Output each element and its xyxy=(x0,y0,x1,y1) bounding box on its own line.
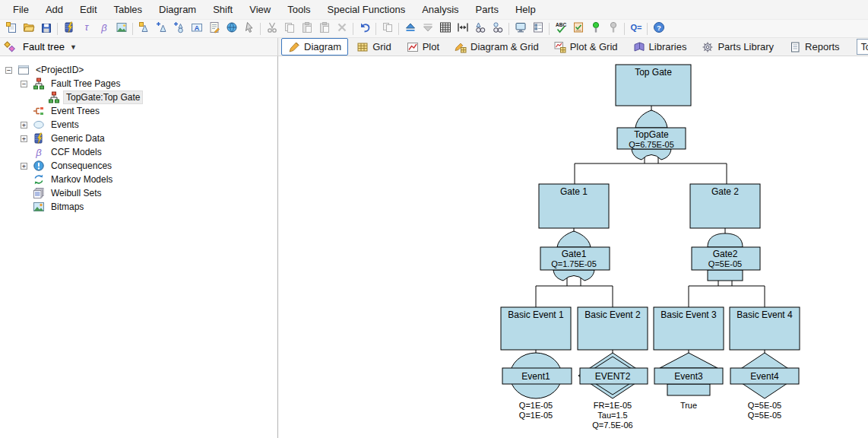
menu-parts[interactable]: Parts xyxy=(467,1,507,18)
save-button[interactable] xyxy=(37,21,55,36)
hyperlink-globe-button[interactable] xyxy=(223,21,240,36)
event3-house-roof[interactable] xyxy=(660,353,718,368)
grid-table-button[interactable] xyxy=(436,21,454,36)
page-select-value: TopGate xyxy=(857,42,868,52)
svg-text:?: ? xyxy=(657,23,661,31)
notes-button[interactable] xyxy=(205,21,223,36)
tree-item-bitmaps[interactable]: Bitmaps xyxy=(49,201,86,213)
tab-plot[interactable]: Plot xyxy=(400,38,446,56)
text-label-button[interactable]: A xyxy=(188,21,205,36)
gate1-or-gate-arch[interactable] xyxy=(557,231,591,247)
print-preview-button xyxy=(379,21,396,36)
expand-expander-icon[interactable]: + xyxy=(21,122,27,129)
expand-expander-icon[interactable]: + xyxy=(21,135,27,142)
reports-icon xyxy=(789,41,801,53)
svg-text:β: β xyxy=(100,21,107,33)
toolbar-separator xyxy=(647,23,648,35)
svg-text:A: A xyxy=(194,24,199,31)
tab-parts-library[interactable]: Parts Library xyxy=(695,38,781,56)
add-gate-button[interactable] xyxy=(153,21,170,36)
beta-icon: β xyxy=(98,21,110,36)
pointer-button[interactable] xyxy=(240,21,258,36)
grid-table-icon xyxy=(439,21,451,36)
menu-file[interactable]: File xyxy=(5,1,37,18)
tree-item-weibull-sets[interactable]: Weibull Sets xyxy=(49,187,103,199)
spell-check-button[interactable]: ABC xyxy=(552,21,569,36)
tree-item-markov-models[interactable]: Markov Models xyxy=(49,173,115,186)
tab-diagram-grid[interactable]: Diagram & Grid xyxy=(448,38,546,56)
beta-button[interactable]: β xyxy=(95,21,112,36)
help-button[interactable]: ? xyxy=(650,21,667,36)
tree-row: −Fault Tree Pages xyxy=(0,77,277,90)
find-event-button[interactable] xyxy=(489,21,506,36)
quantify-button[interactable]: Q= xyxy=(627,21,645,36)
tau-button[interactable]: τ xyxy=(78,21,95,36)
insert-image-button[interactable] xyxy=(112,21,130,36)
paste-special-button xyxy=(315,21,333,36)
add-gate-sparkle-button[interactable] xyxy=(135,21,153,36)
undo-button[interactable] xyxy=(356,21,373,36)
tree-item-projectid[interactable]: <ProjectID> xyxy=(33,64,86,76)
events-icon xyxy=(33,119,45,131)
collapse-expander-icon[interactable]: − xyxy=(5,67,12,74)
tree-item-consequences[interactable]: Consequences xyxy=(49,160,114,172)
tab-plot-grid[interactable]: Plot & Grid xyxy=(547,38,625,56)
tree-item-ccf-models[interactable]: CCF Models xyxy=(49,146,104,158)
tree-row: +Events xyxy=(0,118,277,132)
gate2-and-gate-base[interactable] xyxy=(708,270,743,281)
undo-icon xyxy=(359,21,371,36)
new-document-button[interactable] xyxy=(2,21,20,36)
topgate-or-gate-base[interactable] xyxy=(632,149,671,160)
status-light-green-button[interactable] xyxy=(587,21,604,36)
tab-reports[interactable]: Reports xyxy=(782,38,847,56)
fit-width-button[interactable] xyxy=(454,21,471,36)
menu-analysis[interactable]: Analysis xyxy=(413,1,467,18)
find-gate-button[interactable] xyxy=(471,21,489,36)
expand-expander-icon[interactable]: + xyxy=(21,163,27,170)
tree-item-topgate-top-gate[interactable]: TopGate:Top Gate xyxy=(64,91,142,103)
gate2-and-gate-dome[interactable] xyxy=(708,233,743,247)
menu-tools[interactable]: Tools xyxy=(279,1,318,18)
tree-indent-spacer xyxy=(21,204,27,211)
diagram-text: Q=5E-05 xyxy=(748,411,781,420)
menu-diagram[interactable]: Diagram xyxy=(150,1,204,18)
event3-house-body[interactable] xyxy=(667,384,710,395)
tab-label: Parts Library xyxy=(718,41,774,52)
hyperlink-globe-icon xyxy=(226,21,238,36)
diagram-text: Q=1.75E-05 xyxy=(551,259,597,268)
tab-grid[interactable]: Grid xyxy=(350,38,398,56)
menu-tables[interactable]: Tables xyxy=(106,1,151,18)
analysis-computer-button[interactable] xyxy=(512,21,529,36)
tree-item-fault-tree-pages[interactable]: Fault Tree Pages xyxy=(49,78,122,90)
menu-special-functions[interactable]: Special Functions xyxy=(319,1,414,18)
tab-diagram[interactable]: Diagram xyxy=(281,38,348,56)
fault-tree-view-selector[interactable]: Fault tree ▼ xyxy=(0,38,278,56)
topgate-or-gate-arch[interactable] xyxy=(635,110,667,128)
tree-item-events[interactable]: Events xyxy=(49,119,81,131)
open-folder-button[interactable] xyxy=(20,21,37,36)
tab-libraries[interactable]: Libraries xyxy=(626,38,694,56)
view-tabs: DiagramGridPlotDiagram & GridPlot & Grid… xyxy=(278,38,847,56)
menu-add[interactable]: Add xyxy=(37,1,71,18)
diagram-text: EVENT2 xyxy=(595,371,631,382)
generic-data-button[interactable] xyxy=(60,21,78,36)
add-event-button[interactable] xyxy=(170,21,188,36)
new-document-icon xyxy=(5,21,17,36)
menu-help[interactable]: Help xyxy=(507,1,544,18)
add-gate-sparkle-icon xyxy=(138,21,150,36)
find-event-icon xyxy=(492,21,504,36)
tree-indent-spacer xyxy=(21,176,27,183)
page-select-dropdown[interactable]: TopGate ▼ xyxy=(857,39,868,55)
options-form-button[interactable] xyxy=(529,21,546,36)
gate1-or-gate-base[interactable] xyxy=(553,270,594,281)
move-up-button[interactable] xyxy=(401,21,419,36)
collapse-expander-icon[interactable]: − xyxy=(21,81,27,87)
verify-button[interactable] xyxy=(569,21,587,36)
delete-button xyxy=(333,21,350,36)
diagram-text: Gate2 xyxy=(713,249,738,259)
tree-item-generic-data[interactable]: Generic Data xyxy=(49,132,107,144)
tree-item-event-trees[interactable]: Event Trees xyxy=(49,105,102,117)
menu-edit[interactable]: Edit xyxy=(71,1,105,18)
menu-shift[interactable]: Shift xyxy=(204,1,241,18)
menu-view[interactable]: View xyxy=(241,1,279,18)
